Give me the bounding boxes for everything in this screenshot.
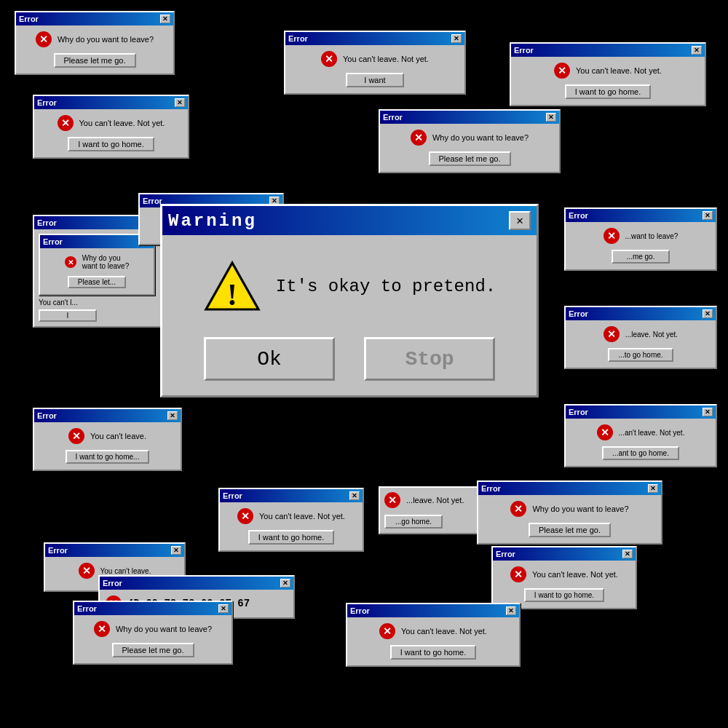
close-btn-4[interactable]: ✕ (692, 46, 702, 55)
close-btn-10[interactable]: ✕ (349, 491, 360, 500)
close-btn-13[interactable]: ✕ (622, 550, 633, 558)
close-btn-18[interactable]: ✕ (167, 411, 178, 420)
title-6-outer: Error (37, 218, 57, 227)
content-row-17: ✕ You can't leave. Not yet. (379, 623, 487, 639)
dialog-4: Error ✕ ✕ You can't leave. Not yet. I wa… (510, 42, 706, 106)
title-5: Error (383, 113, 403, 122)
msg-6: Why do youwant to leave? (82, 254, 130, 270)
letmego-btn-7[interactable]: ...me go. (612, 250, 670, 264)
titlebar-12: Error ✕ (478, 482, 661, 495)
titlebar-5: Error ✕ (380, 111, 559, 124)
close-btn-15[interactable]: ✕ (280, 579, 290, 587)
error-icon-13: ✕ (510, 566, 526, 582)
please-btn-12[interactable]: Please let me go. (529, 523, 611, 537)
stop-button[interactable]: Stop (364, 337, 495, 381)
content-row-16: ✕ Why do you want to leave? (94, 621, 212, 637)
titlebar-17: Error ✕ (347, 604, 519, 617)
close-btn-2[interactable]: ✕ (175, 98, 185, 107)
close-btn-17[interactable]: ✕ (506, 606, 516, 615)
title-6-inner: Error (43, 237, 63, 246)
home-btn-2[interactable]: I want to go home. (68, 137, 154, 151)
msg-4: You can't leave. Not yet. (576, 66, 662, 75)
titlebar-2: Error ✕ (34, 96, 188, 109)
error-icon-2: ✕ (58, 115, 74, 131)
home-btn-8[interactable]: ...to go home. (608, 348, 673, 362)
home-btn-9[interactable]: ...ant to go home. (602, 446, 679, 460)
title-13: Error (496, 550, 515, 558)
msg-5: Why do you want to leave? (432, 133, 529, 142)
titlebar-1: Error ✕ (16, 12, 173, 25)
titlebar-6-inner: Error ✕ (40, 235, 154, 248)
titlebar-16: Error ✕ (74, 602, 232, 615)
msg-14: You can't leave. (100, 567, 151, 575)
content-row-2: ✕ You can't leave. Not yet. (58, 115, 165, 131)
close-btn-14[interactable]: ✕ (171, 546, 181, 555)
title-9: Error (569, 408, 588, 416)
body-18: ✕ You can't leave. I want to go home... (34, 422, 181, 470)
close-btn-8[interactable]: ✕ (703, 309, 713, 318)
title-7: Error (569, 211, 588, 220)
please-btn-6[interactable]: Please let... (68, 276, 126, 288)
title-18: Error (37, 411, 57, 420)
title-10: Error (223, 491, 242, 500)
title-2: Error (37, 98, 57, 107)
error-icon-12: ✕ (510, 501, 526, 517)
body-3: ✕ You can't leave. Not yet. I want (285, 45, 464, 93)
titlebar-9: Error ✕ (566, 405, 716, 419)
main-warning-title: Warning (168, 211, 257, 231)
main-buttons-row: Ok Stop (184, 337, 515, 381)
titlebar-13: Error ✕ (493, 547, 636, 561)
title-12: Error (481, 484, 501, 493)
title-8: Error (569, 309, 588, 318)
close-btn-9[interactable]: ✕ (703, 408, 713, 416)
please-btn-5[interactable]: Please let me go. (429, 151, 511, 166)
error-icon-10: ✕ (237, 508, 253, 524)
close-btn-3[interactable]: ✕ (451, 34, 462, 43)
ok-button[interactable]: Ok (204, 337, 335, 381)
dialog-1: Error ✕ ✕ Why do you want to leave? Plea… (15, 11, 175, 75)
home-btn-17[interactable]: I want to go home. (390, 645, 477, 660)
msg-1: Why do you want to leave? (58, 35, 154, 44)
msg-3: You can't leave. Not yet. (343, 55, 429, 63)
content-row-12: ✕ Why do you want to leave? (510, 501, 628, 517)
error-icon-5: ✕ (411, 130, 427, 146)
content-row-7: ✕ ...want to leave? (604, 228, 678, 244)
body-17: ✕ You can't leave. Not yet. I want to go… (347, 617, 519, 665)
close-btn-12[interactable]: ✕ (648, 484, 658, 493)
error-icon-7: ✕ (604, 228, 620, 244)
close-btn-16[interactable]: ✕ (218, 604, 229, 613)
close-btn-1[interactable]: ✕ (160, 15, 170, 23)
title-bg-1: Error (143, 197, 162, 205)
please-btn-1[interactable]: Please let me go. (54, 53, 136, 68)
content-row-10: ✕ You can't leave. Not yet. (237, 508, 345, 524)
content-row-3: ✕ You can't leave. Not yet. (321, 51, 429, 67)
error-icon-1: ✕ (36, 31, 52, 47)
body-9: ✕ ...an't leave. Not yet. ...ant to go h… (566, 419, 716, 466)
body-7: ✕ ...want to leave? ...me go. (566, 222, 716, 269)
body-13: ✕ You can't leave. Not yet. I want to go… (493, 561, 636, 608)
title-15: Error (103, 579, 122, 587)
please-btn-16[interactable]: Please let me go. (112, 643, 194, 657)
home-btn-6[interactable]: I (39, 309, 97, 322)
error-icon-8: ✕ (604, 326, 620, 342)
msg-8: ...leave. Not yet. (625, 331, 678, 339)
home-btn-18[interactable]: I want to go home... (66, 450, 150, 464)
dialog-12: Error ✕ ✕ Why do you want to leave? Plea… (477, 480, 662, 545)
home-btn-4[interactable]: I want to go home. (565, 84, 652, 99)
cant-leave-6: You can't l... (39, 298, 173, 306)
home-btn-11[interactable]: ...go home. (384, 515, 443, 529)
home-btn-10[interactable]: I want to go home. (248, 530, 335, 545)
msg-2: You can't leave. Not yet. (79, 119, 165, 127)
dialog-17: Error ✕ ✕ You can't leave. Not yet. I wa… (346, 603, 521, 667)
dialog-8: Error ✕ ✕ ...leave. Not yet. ...to go ho… (564, 306, 717, 369)
content-row-8: ✕ ...leave. Not yet. (604, 326, 678, 342)
dialog-7: Error ✕ ✕ ...want to leave? ...me go. (564, 207, 717, 271)
close-btn-7[interactable]: ✕ (703, 211, 713, 220)
main-warning-close-btn[interactable]: ✕ (509, 211, 531, 230)
error-icon-11: ✕ (384, 492, 400, 508)
msg-18: You can't leave. (90, 432, 146, 440)
home-btn-13[interactable]: I want to go home. (524, 588, 604, 602)
msg-11: ...leave. Not yet. (406, 496, 464, 505)
i-want-btn-3[interactable]: I want (346, 73, 404, 87)
close-btn-5[interactable]: ✕ (546, 113, 556, 122)
